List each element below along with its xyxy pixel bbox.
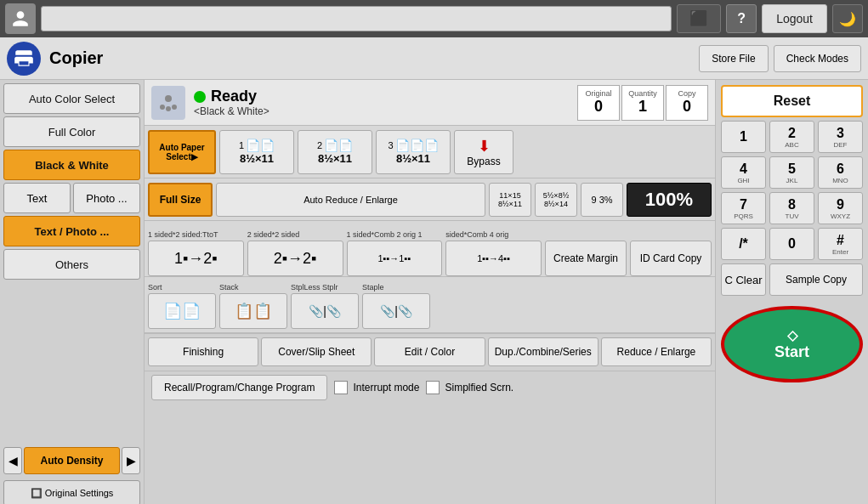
bypass-button[interactable]: ⬇ Bypass [454, 130, 513, 174]
program-bar: Recall/Program/Change Program Interrupt … [145, 371, 715, 403]
logout-button[interactable]: Logout [762, 4, 827, 33]
interrupt-row: Interrupt mode [334, 381, 419, 394]
top-bar-input[interactable] [41, 6, 672, 31]
clear-button[interactable]: C Clear [721, 263, 766, 296]
tab-area: Finishing Cover/Slip Sheet Edit / Color … [145, 333, 715, 371]
copier-icon [7, 42, 41, 76]
quantity-counter: Quantity 1 [621, 85, 664, 121]
duplex-comb2-group: 1 sided*Comb 2 orig 1 1▪▪→1▪▪ [347, 230, 443, 276]
sleep-button[interactable]: 🌙 [832, 4, 863, 33]
simplified-label: Simplfied Scrn. [445, 382, 513, 394]
status-bar: Ready <Black & White> Original 0 Quantit… [145, 80, 715, 126]
sample-copy-button[interactable]: Sample Copy [769, 263, 863, 296]
num-4-button[interactable]: 4GHI [721, 156, 766, 189]
stack-button[interactable]: 📋📋 [219, 293, 287, 329]
start-button[interactable]: ◇ Start [721, 306, 863, 382]
store-file-button[interactable]: Store File [699, 45, 768, 72]
numpad-grid: 1 2ABC 3DEF 4GHI 5JKL 6MNO 7PQRS 8TUV 9W… [721, 121, 863, 260]
recall-program-button[interactable]: Recall/Program/Change Program [151, 375, 327, 400]
tab-edit-color[interactable]: Edit / Color [374, 337, 485, 366]
tray-1-button[interactable]: 1 📄📄 8½×11 [219, 130, 294, 174]
create-margin-button[interactable]: Create Margin [545, 241, 627, 276]
page-title: Copier [49, 48, 699, 68]
left-panel: Auto Color Select Full Color Black & Whi… [0, 80, 145, 504]
text-button[interactable]: Text [3, 183, 71, 213]
auto-paper-button[interactable]: Auto Paper Select▶ [148, 130, 216, 174]
duplex-1sided-2sided: 1 sided*2 sided:TtoT 1▪️→2▪️ [148, 230, 244, 276]
num-9-button[interactable]: 9WXYZ [818, 192, 863, 224]
pct100-display: 100% [627, 183, 712, 217]
svg-point-1 [160, 105, 165, 110]
num-2-button[interactable]: 2ABC [769, 121, 814, 153]
sort-area: Sort 📄📄 Stack 📋📋 StplLess Stplr 📎|📎 Stap… [145, 277, 715, 333]
num-0-button[interactable]: 0 [769, 228, 814, 260]
check-modes-button[interactable]: Check Modes [774, 45, 861, 72]
help-button[interactable]: ? [726, 4, 757, 33]
status-icon [151, 86, 185, 120]
staple-button[interactable]: 📎|📎 [362, 293, 430, 329]
simplified-row: Simplfied Scrn. [426, 381, 513, 394]
status-sub: <Black & White> [194, 105, 569, 117]
numpad-bottom: C Clear Sample Copy [721, 263, 863, 296]
ready-label: Ready [211, 88, 257, 105]
photo-button[interactable]: Photo ... [73, 183, 140, 213]
num-1-button[interactable]: 1 [721, 121, 766, 153]
id-card-copy-button[interactable]: ID Card Copy [630, 241, 712, 276]
density-row: ◀ Auto Density ▶ [3, 447, 140, 474]
original-settings-button[interactable]: 🔲 Original Settings [3, 480, 140, 504]
density-left-arrow[interactable]: ◀ [3, 447, 22, 474]
full-color-button[interactable]: Full Color [3, 116, 140, 147]
full-size-button[interactable]: Full Size [148, 183, 213, 217]
reduce-area: Full Size Auto Reduce / Enlarge 11×15 8½… [145, 178, 715, 221]
density-label: Auto Density [24, 447, 120, 474]
hash-button[interactable]: #Enter [818, 228, 863, 260]
status-dot [194, 91, 206, 103]
user-icon[interactable] [5, 3, 36, 34]
stack-group: Stack 📋📋 [219, 283, 287, 329]
copy-counter: Copy 0 [666, 85, 708, 121]
density-right-arrow[interactable]: ▶ [122, 447, 140, 474]
reset-button[interactable]: Reset [721, 85, 863, 117]
interrupt-label: Interrupt mode [353, 382, 419, 394]
duplex-comb4-group: sided*Comb 4 orig 1▪▪→4▪▪ [445, 230, 542, 276]
duplex-1to2-button[interactable]: 1▪️→2▪️ [148, 241, 244, 276]
tray-2-button[interactable]: 2 📄📄 8½×11 [298, 130, 372, 174]
interrupt-checkbox[interactable] [334, 381, 348, 394]
duplex-2sided-2sided: 2 sided*2 sided 2▪️→2▪️ [247, 230, 343, 276]
duplex-comb4-button[interactable]: 1▪▪→4▪▪ [445, 241, 542, 276]
stplless-group: StplLess Stplr 📎|📎 [291, 283, 359, 329]
auto-reduce-button[interactable]: Auto Reduce / Enlarge [216, 183, 485, 217]
num-7-button[interactable]: 7PQRS [721, 192, 766, 224]
pct93-button[interactable]: 9 3% [581, 183, 623, 217]
num-6-button[interactable]: 6MNO [818, 156, 863, 189]
size1-button[interactable]: 11×15 8½×11 [489, 183, 531, 217]
tab-dup-combine[interactable]: Dup./Combine/Series [488, 337, 599, 366]
tab-finishing[interactable]: Finishing [148, 337, 258, 366]
star-button[interactable]: /* [721, 228, 766, 260]
black-white-button[interactable]: Black & White [3, 150, 140, 180]
duplex-comb2-button[interactable]: 1▪▪→1▪▪ [347, 241, 443, 276]
others-button[interactable]: Others [3, 249, 140, 280]
size2-button[interactable]: 5½×8½ 8½×14 [535, 183, 577, 217]
stplless-button[interactable]: 📎|📎 [291, 293, 359, 329]
tray-3-button[interactable]: 3 📄📄📄 8½×11 [376, 130, 451, 174]
simplified-checkbox[interactable] [426, 381, 440, 394]
auto-color-button[interactable]: Auto Color Select [3, 83, 140, 114]
tab-reduce-enlarge[interactable]: Reduce / Enlarge [601, 337, 712, 366]
status-counters: Original 0 Quantity 1 Copy 0 [577, 85, 708, 121]
sort-button[interactable]: 📄📄 [148, 293, 216, 329]
tab-cover-slip[interactable]: Cover/Slip Sheet [261, 337, 372, 366]
header-section: Copier Store File Check Modes [0, 37, 868, 80]
svg-point-3 [172, 105, 177, 110]
main-layout: Auto Color Select Full Color Black & Whi… [0, 80, 868, 504]
center-panel: Ready <Black & White> Original 0 Quantit… [145, 80, 715, 504]
num-5-button[interactable]: 5JKL [769, 156, 814, 189]
staple-group: Staple 📎|📎 [362, 283, 430, 329]
text-photo-button[interactable]: Text / Photo ... [3, 216, 140, 246]
right-panel: Reset 1 2ABC 3DEF 4GHI 5JKL 6MNO 7PQRS 8… [715, 80, 868, 504]
original-counter: Original 0 [577, 85, 620, 121]
top-bar: ⬛ ? Copier Logout 🌙 [0, 0, 868, 37]
num-3-button[interactable]: 3DEF [818, 121, 863, 153]
num-8-button[interactable]: 8TUV [769, 192, 814, 224]
duplex-2to2-button[interactable]: 2▪️→2▪️ [247, 241, 343, 276]
